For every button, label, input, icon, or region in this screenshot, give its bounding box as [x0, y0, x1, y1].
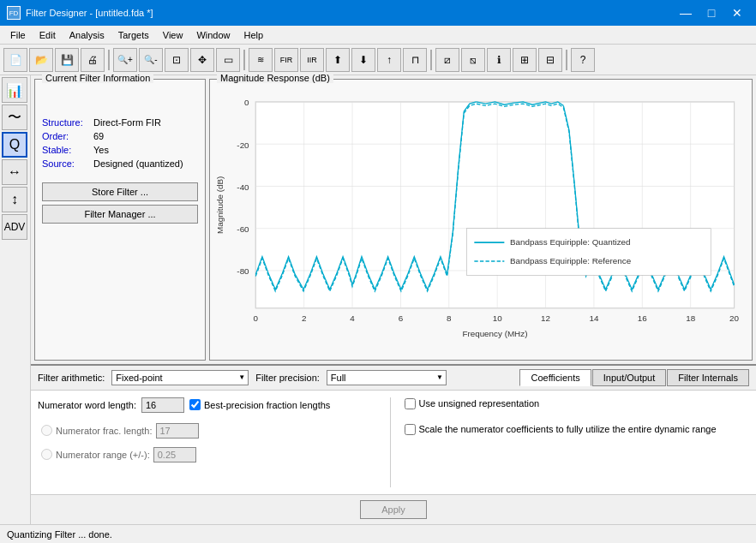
scale-numerator-checkbox[interactable] [405, 424, 416, 435]
pan-button[interactable]: ✥ [190, 48, 214, 72]
numerator-frac-radio[interactable] [41, 425, 52, 436]
minimize-button[interactable]: — [674, 1, 698, 25]
zoom-fit-button[interactable]: ⊡ [165, 48, 189, 72]
zoom-in-button[interactable]: 🔍+ [113, 48, 137, 72]
svg-rect-36 [467, 229, 711, 276]
best-precision-label[interactable]: Best-precision fraction lengths [189, 399, 330, 410]
tb4-button[interactable]: ⊓ [403, 48, 427, 72]
zoom-out-button[interactable]: 🔍- [139, 48, 163, 72]
best-precision-checkbox[interactable] [189, 399, 201, 410]
numerator-frac-label[interactable]: Numerator frac. length: [41, 425, 153, 436]
filter-info-title: Current Filter Information [42, 73, 153, 83]
sidebar-btn-4[interactable]: ↔ [2, 159, 27, 185]
svg-text:-40: -40 [237, 182, 249, 192]
help-button[interactable]: ? [571, 48, 595, 72]
tb5-button[interactable]: ⧄ [435, 48, 459, 72]
main-content: 📊 〜 Q ↔ ↕ ADV Current Filter Information… [0, 75, 756, 524]
store-filter-button[interactable]: Store Filter ... [42, 182, 198, 201]
tb9-button[interactable]: ⊟ [538, 48, 562, 72]
menu-bar: File Edit Analysis Targets View Window H… [0, 26, 756, 45]
open-button[interactable]: 📂 [29, 48, 53, 72]
new-button[interactable]: 📄 [3, 48, 27, 72]
print-button[interactable]: 🖨 [81, 48, 105, 72]
menu-help[interactable]: Help [237, 26, 271, 45]
numerator-frac-row: Numerator frac. length: [41, 423, 383, 439]
sidebar-btn-6[interactable]: ADV [2, 214, 27, 240]
source-label: Source: [42, 158, 93, 169]
numerator-word-length-label: Numerator word length: [38, 400, 136, 410]
svg-text:8: 8 [447, 313, 452, 323]
filter-precision-select[interactable]: Full Single Double [327, 370, 447, 385]
tb8-button[interactable]: ⊞ [513, 48, 537, 72]
tb7-button[interactable]: ℹ [487, 48, 511, 72]
numerator-word-length-input[interactable] [141, 397, 184, 413]
menu-window[interactable]: Window [189, 26, 237, 45]
tab-filter-internals[interactable]: Filter Internals [667, 369, 749, 386]
tb3-button[interactable]: ↑ [377, 48, 401, 72]
sidebar-btn-3[interactable]: Q [2, 132, 27, 158]
svg-text:Bandpass Equiripple: Reference: Bandpass Equiripple: Reference [510, 256, 632, 266]
filter-precision-label: Filter precision: [255, 373, 320, 383]
tb6-button[interactable]: ⧅ [461, 48, 485, 72]
separator-4 [566, 50, 567, 70]
maximize-button[interactable]: □ [699, 1, 723, 25]
numerator-frac-text: Numerator frac. length: [56, 426, 153, 436]
sidebar-btn-5[interactable]: ↕ [2, 187, 27, 212]
stable-value: Yes [93, 145, 109, 155]
svg-text:18: 18 [686, 313, 695, 323]
sidebar-btn-2[interactable]: 〜 [2, 104, 27, 130]
save-button[interactable]: 💾 [55, 48, 79, 72]
svg-text:0: 0 [254, 313, 259, 323]
svg-text:20: 20 [729, 313, 739, 323]
tab-input-output[interactable]: Input/Output [592, 369, 667, 386]
select-button[interactable]: ▭ [216, 48, 240, 72]
svg-text:14: 14 [589, 313, 598, 323]
numerator-range-input [153, 447, 196, 462]
iir-button[interactable]: IIR [300, 48, 324, 72]
title-bar: FD Filter Designer - [untitled.fda *] — … [0, 0, 756, 26]
top-row: Current Filter Information Structure: Di… [31, 75, 756, 364]
fir-button[interactable]: FIR [274, 48, 298, 72]
sidebar-btn-1[interactable]: 📊 [2, 77, 27, 103]
magnitude-response-panel: Magnitude Response (dB) [209, 79, 753, 361]
close-button[interactable]: ✕ [725, 1, 749, 25]
design-button[interactable]: ≋ [249, 48, 273, 72]
source-value: Designed (quantized) [93, 158, 183, 169]
order-label: Order: [42, 131, 93, 141]
title-bar-controls: — □ ✕ [674, 1, 749, 25]
app-icon: FD [7, 6, 21, 20]
use-unsigned-checkbox[interactable] [405, 398, 416, 409]
tb2-button[interactable]: ⬇ [351, 48, 375, 72]
svg-text:0: 0 [244, 98, 249, 107]
filter-manager-button[interactable]: Filter Manager ... [42, 205, 198, 224]
filter-info-panel: Current Filter Information Structure: Di… [34, 79, 206, 361]
tb1-button[interactable]: ⬆ [326, 48, 350, 72]
numerator-range-radio[interactable] [41, 449, 52, 460]
svg-text:-20: -20 [237, 140, 249, 150]
use-unsigned-text: Use unsigned representation [419, 397, 540, 409]
numerator-range-label[interactable]: Numerator range (+/-): [41, 449, 150, 460]
menu-view[interactable]: View [156, 26, 190, 45]
scale-numerator-row: Scale the numerator coefficients to full… [405, 423, 750, 435]
menu-edit[interactable]: Edit [33, 26, 63, 45]
top-panels: Current Filter Information Structure: Di… [31, 75, 756, 524]
status-text: Quantizing Filter ... done. [7, 529, 112, 540]
best-precision-text: Best-precision fraction lengths [204, 400, 330, 410]
magnitude-chart: 0 -20 -40 -60 -80 0 2 4 6 8 10 12 14 16 … [213, 92, 748, 356]
apply-button[interactable]: Apply [360, 500, 427, 519]
structure-prop: Structure: Direct-Form FIR [42, 117, 198, 128]
menu-targets[interactable]: Targets [111, 26, 156, 45]
filter-info-buttons: Store Filter ... Filter Manager ... [42, 182, 198, 224]
window-title: Filter Designer - [untitled.fda *] [26, 8, 153, 18]
structure-label: Structure: [42, 117, 93, 128]
separator-3 [430, 50, 432, 70]
menu-file[interactable]: File [3, 26, 33, 45]
svg-text:4: 4 [350, 313, 355, 323]
use-unsigned-row: Use unsigned representation [405, 397, 750, 409]
tab-coefficients[interactable]: Coefficients [519, 369, 591, 386]
numerator-frac-input [156, 423, 199, 439]
menu-analysis[interactable]: Analysis [63, 26, 111, 45]
svg-text:6: 6 [399, 313, 404, 323]
filter-arithmetic-select[interactable]: Fixed-point Floating-point [111, 370, 249, 385]
svg-text:12: 12 [541, 313, 550, 323]
